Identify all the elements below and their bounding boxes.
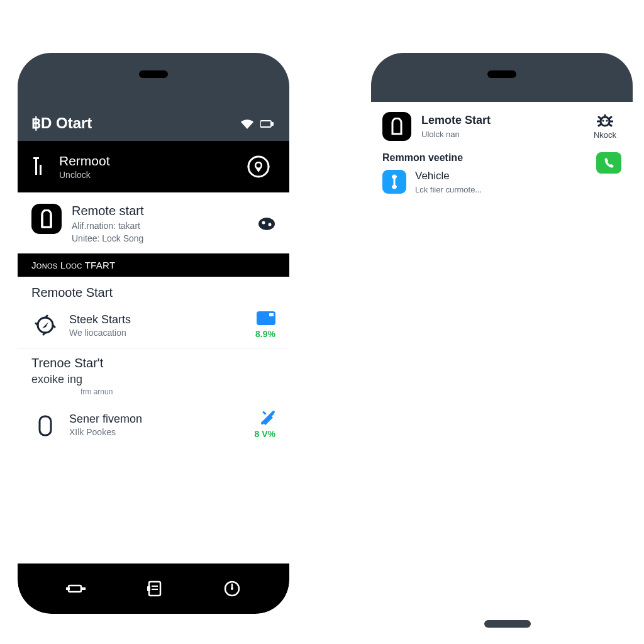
notch	[487, 70, 516, 78]
stat-percent: 8.9%	[255, 329, 275, 339]
sub-header-subtitle: Unclock	[59, 170, 110, 180]
tab-document-icon[interactable]	[146, 580, 164, 597]
status-bar: ฿D Otart	[18, 53, 289, 141]
sub-header: Rermoot Unclock	[18, 141, 289, 192]
svg-rect-19	[147, 586, 150, 591]
vehicle-tile-icon	[382, 170, 406, 194]
list-item-steek-starts[interactable]: Steek Starts We liocacation 8.9%	[18, 303, 289, 348]
home-indicator	[484, 620, 531, 628]
list-item-title: Remote start	[72, 204, 143, 218]
svg-point-6	[258, 218, 275, 230]
list-item-meta: 8 V%	[255, 410, 275, 439]
section-subtitle: exoike ing	[31, 373, 275, 386]
list-item-subtitle: Lck fiier curmote...	[415, 185, 482, 194]
status-bar	[371, 53, 633, 102]
svg-rect-2	[35, 158, 37, 175]
sub-header-text: Rermoot Unclock	[59, 153, 110, 180]
svg-rect-17	[152, 586, 158, 587]
svg-rect-14	[66, 587, 70, 590]
svg-rect-4	[40, 165, 42, 175]
list-item-title: Sener fivemon	[69, 413, 142, 426]
svg-rect-13	[69, 586, 81, 592]
battery-outline-icon	[31, 413, 59, 436]
section-band: Jonos Looc TFART	[18, 253, 289, 277]
call-button[interactable]	[596, 152, 621, 174]
phone-left-frame: ฿D Otart Rermoot Unclock	[18, 53, 289, 614]
svg-point-7	[262, 221, 265, 224]
section-header-remote-start: Remoote Start	[18, 277, 289, 303]
lock-tile-icon	[382, 112, 411, 141]
signal-icon	[31, 156, 49, 177]
svg-point-24	[606, 119, 608, 121]
list-item-text: Lemote Start Ulolck nan	[421, 114, 491, 139]
list-item-title: Steek Starts	[69, 313, 131, 326]
section-header-remmon: Remmon veetine	[371, 148, 633, 165]
list-item-remote-start[interactable]: Remote start Alif.rnation: takart Unitee…	[18, 192, 289, 253]
list-item-text: Steek Starts We liocacation	[69, 313, 131, 338]
section-band-label: Jonos Looc TFART	[31, 260, 115, 270]
svg-rect-12	[262, 411, 266, 414]
app-title: ฿D Otart	[31, 114, 92, 132]
svg-rect-18	[152, 589, 158, 590]
tool-icon[interactable]	[260, 410, 275, 425]
locate-icon[interactable]	[242, 153, 275, 180]
list-item-sener[interactable]: Sener fivemon XIlk Pookes 8 V%	[18, 400, 289, 449]
list-item-line2: Unitee: Lock Song	[72, 233, 143, 243]
battery-icon	[260, 119, 274, 128]
gear-bug-icon	[597, 114, 613, 129]
tab-bar	[18, 564, 289, 614]
notch	[139, 70, 168, 78]
list-item-text: Remote start Alif.rnation: takart Unitee…	[72, 204, 143, 243]
phone-right-frame: Lemote Start Ulolck nan Nkock Remmon vee…	[371, 53, 633, 199]
list-item-lemote-start[interactable]: Lemote Start Ulolck nan Nkock	[371, 102, 633, 148]
list-item-subtitle: Ulolck nan	[421, 130, 491, 139]
tab-clock-icon[interactable]	[223, 580, 241, 597]
list-item-text: Sener fivemon XIlk Pookes	[69, 413, 142, 437]
list-item-action[interactable]: Nkock	[594, 114, 616, 140]
svg-point-8	[269, 223, 272, 226]
svg-rect-0	[260, 121, 271, 127]
section-title: Trenoe Star't	[31, 356, 275, 370]
card-icon[interactable]	[257, 311, 275, 325]
lock-tile-icon	[31, 204, 62, 234]
list-item-vehicle[interactable]: Vehicle Lck fiier curmote...	[371, 165, 633, 199]
sub-header-title: Rermoot	[59, 153, 110, 169]
list-item-title: Vehicle	[415, 170, 482, 182]
svg-point-5	[257, 164, 261, 168]
stat-percent: 8 V%	[255, 429, 275, 439]
list-item-subtitle: We liocacation	[69, 328, 131, 338]
svg-rect-15	[81, 587, 86, 590]
list-item-text: Vehicle Lck fiier curmote...	[415, 170, 482, 194]
section-subsubtitle: frm arnun	[80, 387, 275, 396]
palette-icon[interactable]	[258, 217, 275, 231]
status-icons	[240, 118, 274, 130]
list-item-subtitle: XIlk Pookes	[69, 427, 142, 437]
svg-point-23	[602, 119, 604, 121]
section-trenoe: Trenoe Star't exoike ing frm arnun	[18, 348, 289, 400]
svg-rect-3	[33, 157, 39, 159]
list-item-title: Lemote Start	[421, 114, 491, 127]
wifi-icon	[240, 118, 254, 130]
list-item-meta: 8.9%	[255, 311, 275, 339]
compass-icon	[31, 314, 59, 336]
list-item-action-label: Nkock	[594, 130, 616, 140]
list-item-line1: Alif.rnation: takart	[72, 221, 143, 231]
tab-vehicle-icon[interactable]	[66, 580, 86, 597]
svg-rect-1	[272, 122, 274, 126]
svg-rect-26	[394, 179, 396, 185]
svg-rect-10	[40, 416, 51, 435]
